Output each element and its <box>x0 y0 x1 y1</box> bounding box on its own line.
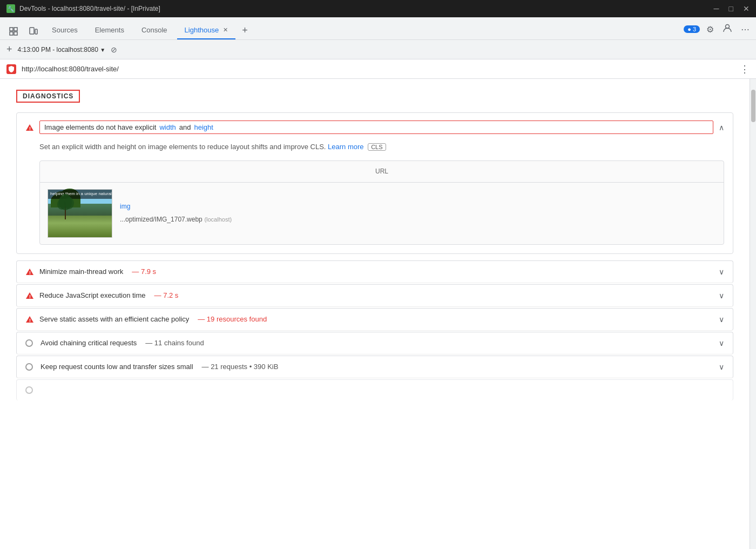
dropdown-arrow[interactable]: ▼ <box>100 47 105 53</box>
title-height: height <box>194 123 213 131</box>
svg-rect-1 <box>14 28 17 31</box>
metric-main-thread: — 7.9 s <box>132 267 156 276</box>
audit-description: Set an explicit width and height on imag… <box>39 142 724 153</box>
url-text[interactable]: http://localhost:8080/travel-site/ <box>22 65 734 73</box>
scrollbar-thumb[interactable] <box>751 90 755 122</box>
collapse-icon[interactable]: ∧ <box>719 123 724 132</box>
info-icon-partial <box>25 386 33 394</box>
audit-title-main-thread: Minimize main-thread work <box>39 267 123 276</box>
table-header-url: URL <box>40 161 724 183</box>
new-tab-icon[interactable]: + <box>6 44 12 55</box>
metric-critical-requests: — 11 chains found <box>145 339 204 347</box>
tabs-left: Sources Elements Console Lighthouse ✕ + <box>4 22 252 39</box>
audit-title-js-execution: Reduce JavaScript execution time <box>39 291 146 299</box>
svg-rect-4 <box>30 28 34 34</box>
settings-button[interactable]: ⚙ <box>704 22 716 37</box>
warning-icon: ! <box>25 123 34 132</box>
title-part-1: Image elements do not have explicit <box>44 123 156 131</box>
address-bar: + 4:13:00 PM - localhost:8080 ▼ ⊘ <box>0 40 756 59</box>
tab-lighthouse-label: Lighthouse <box>185 26 219 34</box>
audit-item-partial <box>16 379 733 400</box>
devtools-tab-bar: Sources Elements Console Lighthouse ✕ + … <box>0 17 756 40</box>
svg-text:!: ! <box>29 294 31 299</box>
learn-more-link[interactable]: Learn more <box>328 143 363 151</box>
url-bar: http://localhost:8080/travel-site/ ⋮ <box>0 59 756 79</box>
audit-header-js-execution[interactable]: ! Reduce JavaScript execution time — 7.2… <box>17 285 733 306</box>
app-icon: 🔧 <box>6 4 15 13</box>
inspect-icon-button[interactable] <box>4 23 23 39</box>
audit-item-js-execution: ! Reduce JavaScript execution time — 7.2… <box>16 284 733 307</box>
title-width: width <box>159 123 176 131</box>
tab-elements[interactable]: Elements <box>87 22 132 39</box>
svg-text:!: ! <box>29 270 31 276</box>
warning-icon-cache: ! <box>25 315 34 324</box>
tab-lighthouse[interactable]: Lighthouse ✕ <box>177 22 236 39</box>
image-url: ...optimized/IMG_1707.webp <box>120 216 202 223</box>
table-row-info: img ...optimized/IMG_1707.webp (localhos… <box>120 202 232 225</box>
security-icon <box>6 64 16 74</box>
audit-item-cache-policy: ! Serve static assets with an efficient … <box>16 308 733 331</box>
new-tab-button[interactable]: + <box>238 22 252 39</box>
svg-rect-2 <box>10 32 13 35</box>
stop-icon[interactable]: ⊘ <box>111 45 117 54</box>
cls-badge: CLS <box>368 143 386 151</box>
main-panel: DIAGNOSTICS ! Image elements do not have… <box>0 79 750 549</box>
audit-header-partial[interactable] <box>17 380 733 400</box>
tab-console[interactable]: Console <box>134 22 175 39</box>
tab-sources-label: Sources <box>52 26 78 34</box>
tab-elements-label: Elements <box>95 26 124 34</box>
info-icon-critical <box>25 339 33 347</box>
svg-rect-5 <box>35 29 37 34</box>
audit-header-main-thread[interactable]: ! Minimize main-thread work — 7.9 s ∨ <box>17 261 733 283</box>
tab-lighthouse-close[interactable]: ✕ <box>223 26 228 34</box>
restore-button[interactable]: □ <box>729 4 733 13</box>
info-icon-requests <box>25 363 33 371</box>
warning-icon-thread: ! <box>25 267 34 276</box>
tab-sources[interactable]: Sources <box>44 22 85 39</box>
main-content-area: DIAGNOSTICS ! Image elements do not have… <box>0 79 756 549</box>
audit-item-critical-requests: Avoid chaining critical requests — 11 ch… <box>16 332 733 354</box>
audit-item-request-counts: Keep request counts low and transfer siz… <box>16 356 733 378</box>
element-tag: img <box>120 202 232 212</box>
audit-header-explicit-dimensions[interactable]: ! Image elements do not have explicit wi… <box>17 113 733 142</box>
svg-rect-3 <box>14 32 17 35</box>
profile-button[interactable] <box>720 21 734 37</box>
title-part-2: and <box>179 123 191 131</box>
expand-icon-js[interactable]: ∨ <box>719 291 724 300</box>
minimize-button[interactable]: ─ <box>714 4 719 13</box>
timestamp: 4:13:00 PM - localhost:8080 ▼ <box>18 46 106 53</box>
svg-rect-0 <box>10 28 13 31</box>
image-host: (localhost) <box>204 216 232 223</box>
more-options-button[interactable]: ⋯ <box>739 22 752 37</box>
tab-console-label: Console <box>141 26 167 34</box>
scrollbar-track[interactable] <box>750 79 756 549</box>
expand-icon-requests[interactable]: ∨ <box>719 363 724 371</box>
audit-title-explicit-dimensions: Image elements do not have explicit widt… <box>39 120 713 134</box>
metric-request-counts: — 21 requests • 390 KiB <box>202 363 279 371</box>
window-controls: ─ □ ✕ <box>714 4 750 13</box>
metric-cache-policy: — 19 resources found <box>198 315 267 323</box>
audit-table: URL helping them in a unique natural par… <box>39 160 724 245</box>
notification-badge: ● 3 <box>684 25 700 33</box>
audit-item-main-thread: ! Minimize main-thread work — 7.9 s ∨ <box>16 260 733 283</box>
expand-icon-critical[interactable]: ∨ <box>719 339 724 347</box>
warning-icon-js: ! <box>25 291 34 300</box>
tabs-right: ● 3 ⚙ ⋯ <box>684 21 752 39</box>
table-row: helping them in a unique natural paradis… <box>40 183 724 244</box>
audit-item-explicit-dimensions: ! Image elements do not have explicit wi… <box>16 112 733 254</box>
diagnostics-label: DIAGNOSTICS <box>16 90 80 103</box>
svg-text:!: ! <box>29 318 31 323</box>
svg-text:!: ! <box>29 126 31 131</box>
expand-icon-main-thread[interactable]: ∨ <box>719 267 724 276</box>
expand-icon-cache[interactable]: ∨ <box>719 315 724 324</box>
window-title: DevTools - localhost:8080/travel-site/ -… <box>19 5 160 12</box>
audit-header-critical-requests[interactable]: Avoid chaining critical requests — 11 ch… <box>17 332 733 354</box>
close-button[interactable]: ✕ <box>743 4 750 13</box>
audit-header-request-counts[interactable]: Keep request counts low and transfer siz… <box>17 356 733 378</box>
image-thumbnail: helping them in a unique natural paradis… <box>48 189 112 238</box>
device-toggle-button[interactable] <box>25 23 42 39</box>
audit-title-cache-policy: Serve static assets with an efficient ca… <box>39 315 189 323</box>
audit-body-explicit-dimensions: Set an explicit width and height on imag… <box>17 142 733 253</box>
audit-header-cache-policy[interactable]: ! Serve static assets with an efficient … <box>17 309 733 330</box>
url-more-button[interactable]: ⋮ <box>740 63 750 75</box>
